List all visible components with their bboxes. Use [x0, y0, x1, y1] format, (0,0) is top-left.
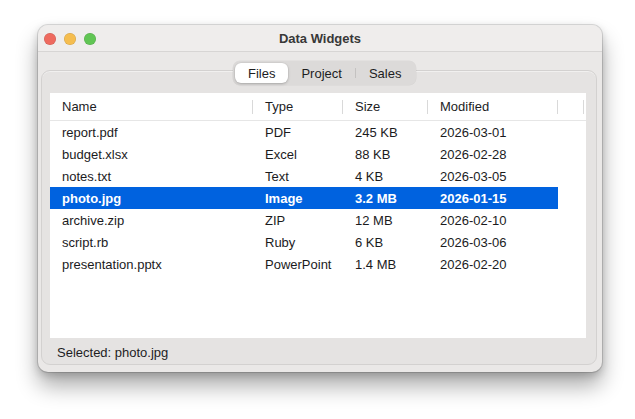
table-row[interactable]: notes.txtText4 KB2026-03-05 [50, 165, 586, 187]
table-row[interactable]: photo.jpgImage3.2 MB2026-01-15 [50, 187, 586, 209]
cell-name: script.rb [50, 231, 253, 253]
titlebar[interactable]: Data Widgets [38, 25, 602, 52]
file-table[interactable]: NameTypeSizeModified report.pdfPDF245 KB… [50, 93, 586, 338]
cell-size: 12 MB [343, 209, 428, 231]
cell-modified: 2026-03-06 [428, 231, 558, 253]
cell-size: 1.4 MB [343, 253, 428, 275]
cell-size: 88 KB [343, 143, 428, 165]
tab-project[interactable]: Project [288, 63, 354, 83]
cell-name: report.pdf [50, 121, 253, 143]
cell-name: notes.txt [50, 165, 253, 187]
cell-size: 4 KB [343, 165, 428, 187]
tab-sales[interactable]: Sales [356, 63, 415, 83]
cell-modified: 2026-03-01 [428, 121, 558, 143]
cell-type: Text [253, 165, 343, 187]
cell-modified: 2026-01-15 [428, 187, 558, 209]
status-label: Selected: photo.jpg [57, 342, 168, 362]
cell-modified: 2026-02-28 [428, 143, 558, 165]
column-header-size[interactable]: Size [343, 93, 428, 120]
column-header-name[interactable]: Name [50, 93, 253, 120]
cell-type: Ruby [253, 231, 343, 253]
tab-bar: FilesProjectSales [233, 61, 416, 85]
table-row[interactable]: archive.zipZIP12 MB2026-02-10 [50, 209, 586, 231]
column-header-filler [558, 93, 586, 120]
cell-name: photo.jpg [50, 187, 253, 209]
cell-size: 245 KB [343, 121, 428, 143]
cell-size: 3.2 MB [343, 187, 428, 209]
cell-modified: 2026-03-05 [428, 165, 558, 187]
cell-filler [558, 187, 586, 209]
table-header: NameTypeSizeModified [50, 93, 586, 121]
cell-type: PDF [253, 121, 343, 143]
column-header-modified[interactable]: Modified [428, 93, 558, 120]
table-row[interactable]: report.pdfPDF245 KB2026-03-01 [50, 121, 586, 143]
cell-name: archive.zip [50, 209, 253, 231]
table-row[interactable]: budget.xlsxExcel88 KB2026-02-28 [50, 143, 586, 165]
app-window: Data Widgets FilesProjectSales NameTypeS… [38, 25, 602, 372]
cell-type: Image [253, 187, 343, 209]
cell-filler [558, 165, 586, 187]
window-title: Data Widgets [38, 25, 602, 52]
cell-modified: 2026-02-10 [428, 209, 558, 231]
desktop-background: Data Widgets FilesProjectSales NameTypeS… [0, 0, 635, 419]
cell-name: budget.xlsx [50, 143, 253, 165]
cell-type: Excel [253, 143, 343, 165]
cell-name: presentation.pptx [50, 253, 253, 275]
cell-filler [558, 143, 586, 165]
table-row[interactable]: script.rbRuby6 KB2026-03-06 [50, 231, 586, 253]
cell-modified: 2026-02-20 [428, 253, 558, 275]
table-row[interactable]: presentation.pptxPowerPoint1.4 MB2026-02… [50, 253, 586, 275]
cell-size: 6 KB [343, 231, 428, 253]
cell-filler [558, 209, 586, 231]
cell-type: PowerPoint [253, 253, 343, 275]
tab-files[interactable]: Files [235, 63, 288, 83]
column-header-type[interactable]: Type [253, 93, 343, 120]
cell-filler [558, 253, 586, 275]
cell-type: ZIP [253, 209, 343, 231]
table-body: report.pdfPDF245 KB2026-03-01budget.xlsx… [50, 121, 586, 275]
cell-filler [558, 231, 586, 253]
cell-filler [558, 121, 586, 143]
